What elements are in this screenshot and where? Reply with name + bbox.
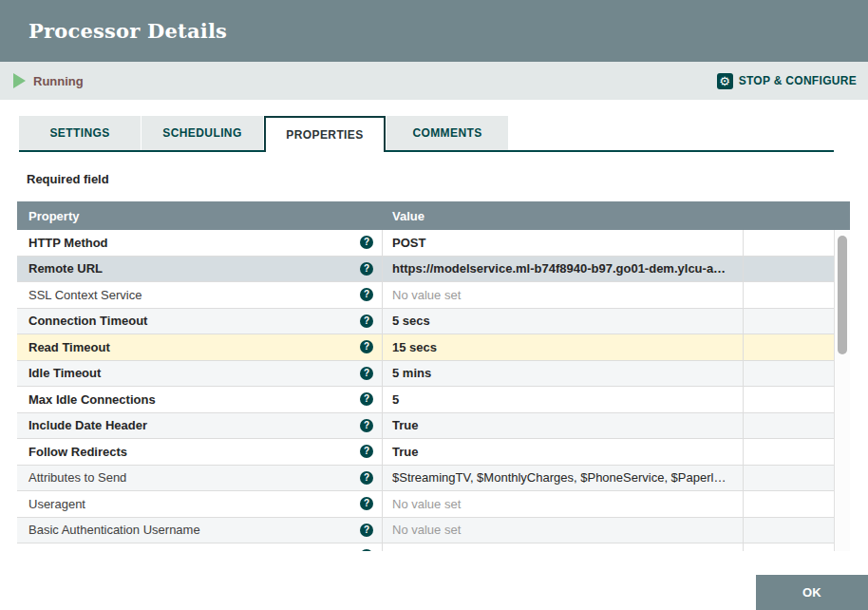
- property-row[interactable]: Include Date Header ? True: [17, 413, 834, 440]
- property-name: Follow Redirects: [17, 445, 360, 459]
- property-name: Basic Authentication Password: [17, 549, 360, 551]
- property-value[interactable]: $StreamingTV, $MonthlyCharges, $PhoneSer…: [383, 466, 744, 491]
- vertical-scrollbar[interactable]: [834, 230, 850, 551]
- property-value[interactable]: POST: [383, 230, 744, 256]
- property-row-extra-cell: [744, 282, 834, 308]
- property-value[interactable]: 15 secs: [383, 334, 744, 360]
- property-table-body: HTTP Method ? POST Remote URL ? https://…: [17, 230, 850, 551]
- property-row[interactable]: Read Timeout ? 15 secs: [17, 334, 834, 361]
- property-value[interactable]: 5 secs: [383, 309, 744, 334]
- property-row-extra-cell: [744, 518, 834, 543]
- help-icon[interactable]: ?: [360, 315, 373, 328]
- table-header-row: Property Value: [17, 201, 850, 230]
- properties-table: Property Value HTTP Method ? POST Remote…: [17, 201, 850, 551]
- dialog-header: Processor Details: [0, 0, 868, 62]
- stop-and-configure-label: STOP & CONFIGURE: [739, 74, 857, 87]
- property-name: Useragent: [17, 497, 360, 511]
- help-icon[interactable]: ?: [360, 262, 373, 276]
- property-row[interactable]: Follow Redirects ? True: [17, 439, 834, 466]
- help-icon[interactable]: ?: [360, 445, 373, 458]
- processor-details-dialog: Processor Details Running ⚙ STOP & CONFI…: [0, 0, 868, 610]
- column-header-value: Value: [383, 209, 850, 223]
- property-row[interactable]: Remote URL ? https://modelservice.ml-b74…: [17, 257, 834, 283]
- column-header-property: Property: [17, 209, 383, 223]
- property-value[interactable]: No value set: [383, 543, 744, 551]
- property-row[interactable]: Attributes to Send ? $StreamingTV, $Mont…: [17, 466, 834, 492]
- property-name: Idle Timeout: [17, 366, 360, 380]
- property-name: Include Date Header: [17, 418, 360, 432]
- tab-scheduling[interactable]: SCHEDULING: [142, 116, 263, 150]
- help-icon[interactable]: ?: [360, 497, 373, 510]
- help-icon[interactable]: ?: [360, 524, 373, 537]
- property-row-extra-cell: [744, 334, 834, 360]
- property-value[interactable]: No value set: [383, 491, 744, 517]
- property-row[interactable]: Basic Authentication Username ? No value…: [17, 518, 834, 544]
- property-row-extra-cell: [744, 257, 834, 282]
- property-row[interactable]: SSL Context Service ? No value set: [17, 282, 834, 309]
- help-icon[interactable]: ?: [360, 236, 373, 249]
- property-name: Connection Timeout: [17, 314, 360, 328]
- property-row[interactable]: Connection Timeout ? 5 secs: [17, 309, 834, 335]
- property-value[interactable]: 5 mins: [383, 361, 744, 387]
- tab-bar: SETTINGS SCHEDULING PROPERTIES COMMENTS: [19, 116, 834, 152]
- status-state-label: Running: [33, 74, 84, 88]
- status-bar: Running ⚙ STOP & CONFIGURE: [0, 62, 868, 100]
- property-row[interactable]: Idle Timeout ? 5 mins: [17, 361, 834, 388]
- property-name: HTTP Method: [17, 236, 360, 250]
- property-row-extra-cell: [744, 543, 834, 551]
- property-row-extra-cell: [744, 439, 834, 465]
- property-row[interactable]: Basic Authentication Password ? No value…: [17, 543, 834, 551]
- help-icon[interactable]: ?: [360, 471, 373, 485]
- property-name: Max Idle Connections: [17, 392, 360, 407]
- stop-and-configure-button[interactable]: ⚙ STOP & CONFIGURE: [717, 73, 857, 89]
- property-row[interactable]: Useragent ? No value set: [17, 491, 834, 518]
- property-row-extra-cell: [744, 309, 834, 334]
- help-icon[interactable]: ?: [360, 288, 373, 301]
- dialog-title: Processor Details: [28, 19, 227, 43]
- required-field-label: Required field: [27, 172, 868, 186]
- property-row-extra-cell: [744, 466, 834, 491]
- help-icon[interactable]: ?: [360, 419, 373, 432]
- property-value[interactable]: 5: [383, 387, 744, 412]
- help-icon[interactable]: ?: [360, 392, 373, 406]
- property-row-extra-cell: [744, 491, 834, 517]
- property-value[interactable]: True: [383, 439, 744, 465]
- property-row[interactable]: HTTP Method ? POST: [17, 230, 834, 257]
- help-icon[interactable]: ?: [360, 549, 373, 551]
- property-row-extra-cell: [744, 413, 834, 439]
- property-name: SSL Context Service: [17, 288, 360, 302]
- tab-properties[interactable]: PROPERTIES: [264, 116, 386, 152]
- property-name: Attributes to Send: [17, 470, 360, 485]
- help-icon[interactable]: ?: [360, 367, 373, 380]
- property-row-extra-cell: [744, 230, 834, 256]
- property-row-extra-cell: [744, 387, 834, 412]
- property-value[interactable]: No value set: [383, 518, 744, 543]
- property-name: Remote URL: [17, 261, 360, 276]
- property-name: Read Timeout: [17, 340, 360, 354]
- status-indicator: Running: [13, 73, 84, 88]
- property-name: Basic Authentication Username: [17, 523, 360, 537]
- scrollbar-thumb[interactable]: [838, 236, 847, 354]
- property-value[interactable]: No value set: [383, 282, 744, 308]
- help-icon[interactable]: ?: [360, 340, 373, 353]
- ok-button[interactable]: OK: [756, 575, 868, 610]
- property-value[interactable]: True: [383, 413, 744, 439]
- property-row-extra-cell: [744, 361, 834, 387]
- tab-settings[interactable]: SETTINGS: [19, 116, 141, 150]
- running-play-icon: [13, 73, 26, 88]
- property-row[interactable]: Max Idle Connections ? 5: [17, 387, 834, 413]
- property-value[interactable]: https://modelservice.ml-b74f8940-b97.go0…: [383, 257, 744, 282]
- gear-icon: ⚙: [717, 73, 733, 89]
- tab-comments[interactable]: COMMENTS: [387, 116, 508, 150]
